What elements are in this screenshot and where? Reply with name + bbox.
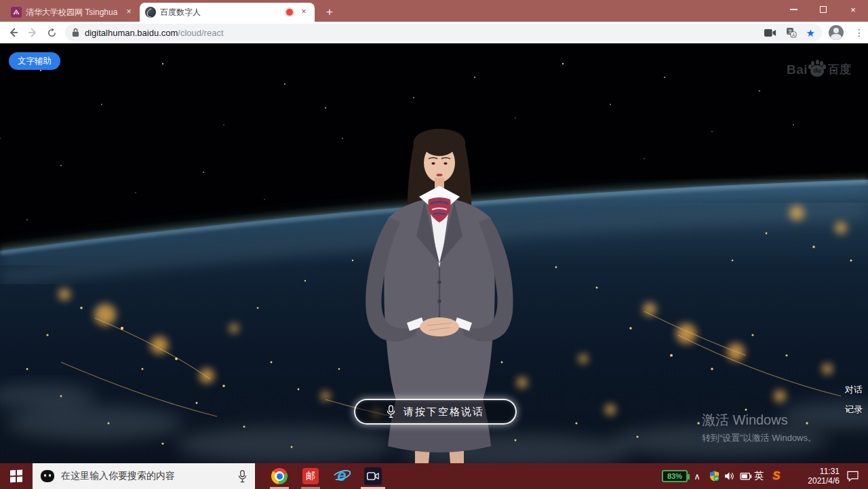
profile-avatar[interactable] bbox=[829, 25, 844, 40]
tab-title: 百度数字人 bbox=[160, 7, 282, 18]
taskbar-mail-button[interactable]: 邮 bbox=[295, 463, 326, 489]
taskbar-search-input[interactable]: 在这里输入你要搜索的内容 bbox=[33, 463, 255, 489]
window-controls: × bbox=[778, 0, 868, 19]
screen: 清华大学校园网 Tsinghua Univ × 百度数字人 × + × digi bbox=[0, 0, 868, 489]
microphone-icon bbox=[387, 405, 395, 418]
svg-text:A: A bbox=[792, 33, 795, 37]
taskbar-ie-button[interactable]: e bbox=[326, 463, 357, 489]
new-tab-button[interactable]: + bbox=[321, 4, 338, 20]
camera-app-icon bbox=[364, 467, 382, 485]
recording-indicator-icon bbox=[286, 9, 293, 16]
chrome-icon bbox=[271, 468, 288, 484]
taskbar-camera-app-button[interactable] bbox=[357, 463, 389, 489]
tab-close-icon[interactable]: × bbox=[298, 7, 309, 18]
lock-icon bbox=[72, 28, 79, 37]
tab-baidu-digital-human[interactable]: 百度数字人 × bbox=[140, 3, 315, 22]
search-placeholder: 在这里输入你要搜索的内容 bbox=[61, 470, 231, 482]
digital-human-stage: 文字辅助 Bai du 百度 请按下空格说话 对话 记录 激活 Windows bbox=[0, 43, 868, 463]
bookmark-star-icon[interactable]: ★ bbox=[806, 28, 815, 38]
minimize-button[interactable] bbox=[778, 0, 808, 19]
internet-explorer-icon: e bbox=[333, 467, 351, 485]
camera-in-use-icon[interactable] bbox=[764, 28, 776, 37]
text-assist-button[interactable]: 文字辅助 bbox=[9, 52, 60, 70]
url-text: digitalhuman.baidu.com/cloud/react bbox=[85, 28, 224, 38]
sogou-ime-icon[interactable]: S bbox=[769, 463, 784, 489]
push-to-talk-label: 请按下空格说话 bbox=[403, 406, 484, 418]
baidu-paw-icon: du bbox=[808, 60, 826, 77]
tray-expand-chevron[interactable]: ∧ bbox=[690, 463, 704, 489]
taskbar-chrome-button[interactable] bbox=[264, 463, 295, 489]
search-mic-icon[interactable] bbox=[238, 470, 247, 483]
baidu-logo: Bai du 百度 bbox=[787, 60, 851, 77]
windows-logo-icon bbox=[10, 470, 22, 482]
browser-titlebar: 清华大学校园网 Tsinghua Univ × 百度数字人 × + × bbox=[0, 0, 868, 22]
forward-button[interactable] bbox=[24, 24, 41, 41]
battery-percent-widget[interactable]: 83% bbox=[662, 470, 688, 482]
maximize-icon bbox=[820, 6, 827, 13]
tab-tsinghua[interactable]: 清华大学校园网 Tsinghua Univ × bbox=[5, 3, 140, 22]
globe-favicon-icon bbox=[145, 7, 156, 18]
maximize-button[interactable] bbox=[808, 0, 838, 19]
activate-line1: 激活 Windows bbox=[702, 411, 816, 429]
search-assistant-icon bbox=[41, 470, 54, 482]
reload-button[interactable] bbox=[43, 24, 60, 41]
mail-icon: 邮 bbox=[302, 468, 319, 484]
volume-icon[interactable] bbox=[722, 463, 738, 489]
tab-close-icon[interactable]: × bbox=[123, 7, 134, 18]
tab-title: 清华大学校园网 Tsinghua Univ bbox=[26, 7, 119, 18]
start-button[interactable] bbox=[0, 463, 33, 489]
push-to-talk-button[interactable]: 请按下空格说话 bbox=[354, 399, 517, 425]
clock-time: 11:31 bbox=[820, 467, 840, 476]
activate-line2: 转到“设置”以激活 Windows。 bbox=[702, 432, 816, 444]
taskbar-clock[interactable]: 11:31 2021/4/6 bbox=[788, 463, 840, 489]
address-bar[interactable]: digitalhuman.baidu.com/cloud/react 文A ★ bbox=[65, 24, 822, 41]
browser-toolbar: digitalhuman.baidu.com/cloud/react 文A ★ … bbox=[0, 22, 868, 43]
record-tab[interactable]: 记录 bbox=[845, 404, 863, 416]
action-center-icon[interactable] bbox=[842, 463, 863, 489]
ime-language-indicator[interactable]: 英 bbox=[751, 463, 766, 489]
back-button[interactable] bbox=[5, 24, 22, 41]
windows-taskbar: 在这里输入你要搜索的内容 邮 e 83% ∧ 英 bbox=[0, 463, 868, 489]
browser-menu-icon[interactable]: ⋮ bbox=[853, 24, 865, 41]
close-button[interactable]: × bbox=[838, 0, 868, 19]
activate-windows-watermark: 激活 Windows 转到“设置”以激活 Windows。 bbox=[702, 411, 816, 444]
minimize-icon bbox=[790, 9, 797, 10]
tsinghua-favicon-icon bbox=[11, 7, 22, 18]
dialog-tab[interactable]: 对话 bbox=[845, 384, 863, 396]
clock-date: 2021/4/6 bbox=[808, 476, 840, 486]
translate-icon[interactable]: 文A bbox=[786, 27, 797, 38]
defender-shield-icon[interactable] bbox=[707, 463, 722, 489]
side-panel-tabs: 对话 记录 bbox=[845, 384, 863, 416]
